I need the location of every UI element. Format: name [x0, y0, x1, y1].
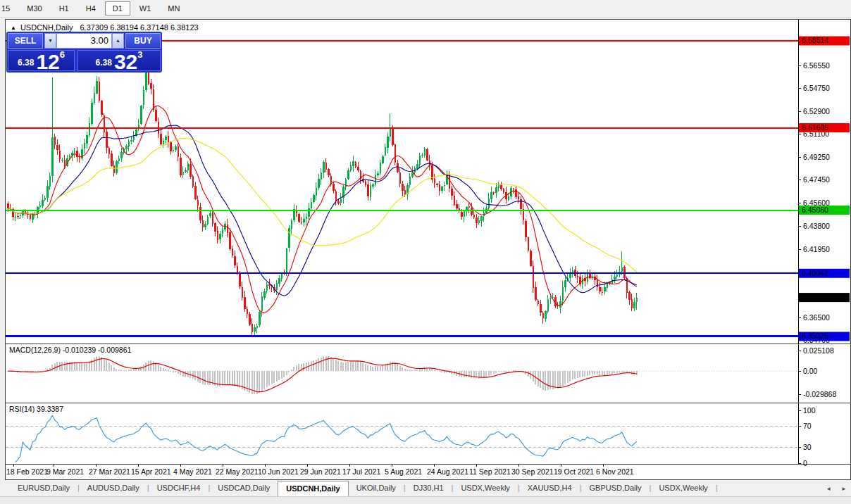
timeframe-button-W1[interactable]: W1: [132, 1, 159, 15]
tab-separator: |: [716, 481, 718, 496]
chart-tab-USDCAD-Daily[interactable]: USDCAD,Daily: [210, 481, 278, 496]
date-tick-label: 5 Aug 2021: [385, 467, 422, 476]
price-tick-label: 6.49250: [803, 153, 830, 161]
date-tick-label: 9 Mar 2021: [46, 467, 84, 476]
chart-title: ▲ USDCNH,Daily 6.37309 6.38194 6.37148 6…: [11, 23, 199, 32]
chart-tab-UKOil-Daily[interactable]: UKOil,Daily: [349, 481, 404, 496]
collapse-arrow-icon[interactable]: ▲: [11, 25, 16, 31]
macd-tick-label: 0.025108: [803, 346, 834, 355]
macd-tick-label: 0.00: [803, 367, 818, 375]
price-level-label-text: 6.38123: [802, 293, 828, 301]
chart-tab-GBPUSD-Daily[interactable]: GBPUSD,Daily: [582, 481, 650, 496]
buy-price-prefix: 6.38: [96, 58, 112, 68]
sell-price-point-digit: 6: [60, 49, 65, 60]
chart-tab-XAUUSD-H4[interactable]: XAUUSD,H4: [520, 481, 580, 496]
chart-window: 6.565506.547506.529006.511006.492506.474…: [5, 19, 851, 480]
timeframe-button-H4[interactable]: H4: [78, 1, 104, 15]
date-tick-label: 6 Nov 2021: [596, 467, 634, 476]
chart-tabs: EURUSD,Daily|AUDUSD,Daily|USDCHF,H4|USDC…: [0, 481, 718, 496]
sell-price-big-digits: 12: [36, 53, 59, 70]
price-tick-label: 6.54750: [803, 84, 830, 92]
chart-tab-DJ30-H1[interactable]: DJ30,H1: [406, 481, 452, 496]
triangle-up-icon: ▲: [116, 38, 120, 43]
price-tick-label: 6.52900: [803, 107, 830, 115]
buy-price-point-digit: 3: [137, 49, 142, 60]
rsi-tick-label: 100: [803, 406, 816, 415]
chart-tab-USDX-Weekly[interactable]: USDX,Weekly: [651, 481, 715, 496]
date-tick-label: 4 May 2021: [173, 467, 212, 476]
rsi-tick-label: 30: [803, 443, 812, 451]
rsi-tick-label: 70: [803, 422, 812, 430]
price-level-label-text: 6.40042: [802, 269, 828, 277]
date-tick-label: 30 Sep 2021: [511, 467, 554, 476]
macd-tick-label: -0.029868: [803, 390, 836, 398]
timeframe-button-H1[interactable]: H1: [51, 1, 77, 15]
timeframe-button-D1[interactable]: D1: [105, 1, 130, 15]
chart-tabs-bar: EURUSD,Daily|AUDUSD,Daily|USDCHF,H4|USDC…: [0, 481, 851, 496]
date-tick-label: 10 Jun 2021: [258, 467, 299, 476]
macd-indicator-label: MACD(12,26,9) -0.010239 -0.009861: [9, 346, 131, 354]
timeframe-toolbar: 15M30H1H4D1W1MN: [0, 0, 851, 18]
date-tick-label: 17 Jul 2021: [342, 467, 380, 476]
price-tick-label: 6.43800: [803, 222, 830, 230]
date-tick-label: 27 Mar 2021: [89, 467, 130, 476]
date-tick-label: 11 Sep 2021: [469, 467, 511, 476]
one-click-trading-panel: SELL ▼ 3.00 ▲ BUY 6.38126 6.38323: [6, 32, 162, 73]
timeframe-button-M30[interactable]: M30: [19, 1, 49, 15]
price-level-label-text: 6.51605: [802, 123, 828, 132]
tab-scroll-controls: ◄ ►: [826, 481, 847, 496]
date-tick-label: 22 May 2021: [216, 467, 259, 476]
chart-tab-USDCNH-Daily[interactable]: USDCNH,Daily: [278, 481, 348, 496]
price-tick-label: 6.41950: [803, 245, 830, 253]
rsi-tick-label: 0: [803, 459, 807, 467]
timeframe-button-15[interactable]: 15: [0, 1, 18, 15]
date-tick-label: 19 Oct 2021: [554, 467, 594, 476]
volume-increase-button[interactable]: ▲: [112, 33, 124, 49]
chart-tab-USDX-Weekly[interactable]: USDX,Weekly: [453, 481, 517, 496]
date-tick-label: 18 Feb 2021: [6, 467, 48, 476]
chart-tab-USDCHF-H4[interactable]: USDCHF,H4: [149, 481, 209, 496]
sell-price-prefix: 6.38: [18, 58, 34, 68]
chart-ohlc-values: 6.37309 6.38194 6.37148 6.38123: [80, 23, 198, 32]
status-bar: [0, 496, 851, 504]
tab-scroll-right-icon[interactable]: ►: [841, 486, 847, 492]
buy-price-big-digits: 32: [114, 53, 137, 70]
date-tick-label: 15 Apr 2021: [131, 467, 171, 476]
price-level-label-text: 6.45060: [802, 206, 828, 214]
chart-symbol-label: USDCNH,Daily: [20, 23, 73, 32]
price-level-label-text: 6.58514: [802, 36, 828, 44]
price-tick-label: 6.36500: [803, 313, 830, 322]
volume-input[interactable]: 3.00: [56, 33, 112, 49]
price-tick-label: 6.47450: [803, 175, 830, 184]
chart-canvas: 6.565506.547506.529006.511006.492506.474…: [6, 20, 850, 479]
buy-button[interactable]: BUY: [125, 33, 161, 49]
tab-scroll-left-icon[interactable]: ◄: [826, 486, 831, 492]
price-level-label-text: 6.35025: [802, 332, 828, 340]
sell-price-display[interactable]: 6.38126: [8, 50, 75, 71]
buy-price-display[interactable]: 6.38323: [77, 50, 161, 71]
rsi-indicator-label: RSI(14) 39.3387: [9, 405, 63, 413]
chart-tab-EURUSD-Daily[interactable]: EURUSD,Daily: [10, 481, 77, 496]
volume-decrease-button[interactable]: ▼: [44, 33, 56, 49]
date-tick-label: 24 Aug 2021: [427, 467, 468, 476]
chart-tab-AUDUSD-Daily[interactable]: AUDUSD,Daily: [80, 481, 147, 496]
sell-button[interactable]: SELL: [8, 33, 43, 49]
timeframe-button-MN[interactable]: MN: [160, 1, 187, 15]
triangle-down-icon: ▼: [48, 38, 53, 43]
price-tick-label: 6.56550: [803, 61, 830, 70]
date-tick-label: 29 Jun 2021: [300, 467, 341, 476]
